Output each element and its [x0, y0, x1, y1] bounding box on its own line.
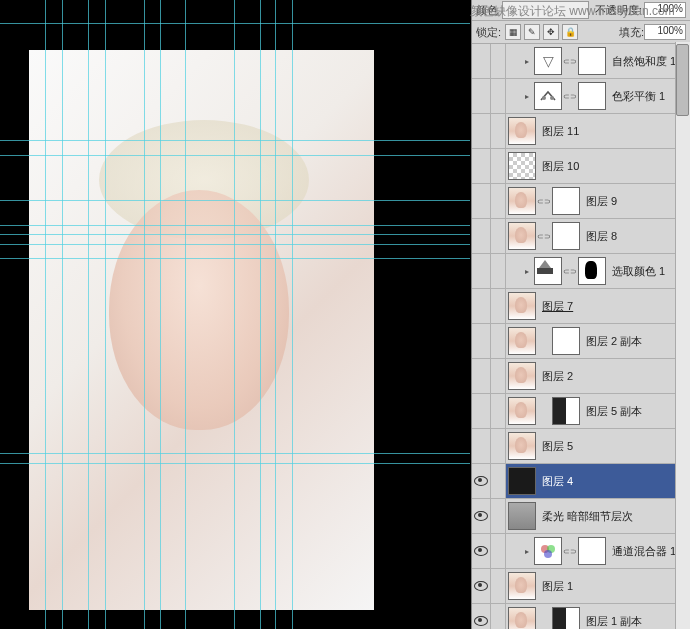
- link-icon[interactable]: [539, 617, 549, 625]
- visibility-toggle[interactable]: [472, 79, 491, 113]
- layer-name-label[interactable]: 图层 11: [542, 124, 579, 139]
- link-column[interactable]: [491, 324, 506, 358]
- link-column[interactable]: [491, 604, 506, 629]
- link-column[interactable]: [491, 394, 506, 428]
- guide-horizontal[interactable]: [0, 23, 470, 24]
- guide-vertical[interactable]: [260, 0, 261, 629]
- layer-row[interactable]: 图层 10: [472, 149, 690, 184]
- canvas-area[interactable]: [0, 0, 470, 629]
- visibility-toggle[interactable]: [472, 499, 491, 533]
- link-column[interactable]: [491, 79, 506, 113]
- expand-triangle-icon[interactable]: ▸: [522, 546, 532, 556]
- link-column[interactable]: [491, 44, 506, 78]
- visibility-toggle[interactable]: [472, 254, 491, 288]
- guide-horizontal[interactable]: [0, 225, 470, 226]
- layer-name-label[interactable]: 通道混合器 1: [612, 544, 676, 559]
- guide-vertical[interactable]: [185, 0, 186, 629]
- mask-thumbnail[interactable]: [578, 537, 606, 565]
- fill-input[interactable]: 100%: [644, 24, 686, 40]
- visibility-toggle[interactable]: [472, 394, 491, 428]
- layer-thumbnail[interactable]: [508, 432, 536, 460]
- layer-thumbnail[interactable]: [508, 467, 536, 495]
- layer-row[interactable]: 图层 5 副本: [472, 394, 690, 429]
- layer-row[interactable]: 图层 1: [472, 569, 690, 604]
- link-column[interactable]: [491, 464, 506, 498]
- guide-vertical[interactable]: [45, 0, 46, 629]
- layer-name-label[interactable]: 图层 2 副本: [586, 334, 642, 349]
- layer-thumbnail[interactable]: [508, 362, 536, 390]
- layer-row[interactable]: ▸⊂⊃色彩平衡 1: [472, 79, 690, 114]
- layer-thumbnail[interactable]: [508, 502, 536, 530]
- guide-vertical[interactable]: [105, 0, 106, 629]
- link-column[interactable]: [491, 359, 506, 393]
- expand-triangle-icon[interactable]: ▸: [522, 266, 532, 276]
- guide-horizontal[interactable]: [0, 258, 470, 259]
- lock-transparency-icon[interactable]: ▦: [505, 24, 521, 40]
- mask-thumbnail[interactable]: [578, 82, 606, 110]
- layer-row[interactable]: 图层 5: [472, 429, 690, 464]
- expand-triangle-icon[interactable]: ▸: [522, 56, 532, 66]
- visibility-toggle[interactable]: [472, 604, 491, 629]
- layer-thumbnail[interactable]: [508, 152, 536, 180]
- expand-triangle-icon[interactable]: ▸: [522, 91, 532, 101]
- layer-thumbnail[interactable]: [508, 117, 536, 145]
- layer-name-label[interactable]: 柔光 暗部细节层次: [542, 509, 633, 524]
- layer-thumbnail[interactable]: [508, 397, 536, 425]
- visibility-toggle[interactable]: [472, 44, 491, 78]
- layer-thumbnail[interactable]: [508, 222, 536, 250]
- guide-vertical[interactable]: [88, 0, 89, 629]
- link-column[interactable]: [491, 499, 506, 533]
- layer-thumbnail[interactable]: [534, 537, 562, 565]
- guide-horizontal[interactable]: [0, 463, 470, 464]
- link-icon[interactable]: ⊂⊃: [539, 232, 549, 240]
- layer-name-label[interactable]: 图层 7: [542, 299, 573, 314]
- link-column[interactable]: [491, 254, 506, 288]
- layer-thumbnail[interactable]: ▽: [534, 47, 562, 75]
- layer-thumbnail[interactable]: [508, 572, 536, 600]
- lock-pixels-icon[interactable]: ✎: [524, 24, 540, 40]
- guide-horizontal[interactable]: [0, 155, 470, 156]
- mask-thumbnail[interactable]: [578, 47, 606, 75]
- guide-vertical[interactable]: [62, 0, 63, 629]
- layer-thumbnail[interactable]: [508, 607, 536, 629]
- layer-name-label[interactable]: 图层 10: [542, 159, 579, 174]
- visibility-toggle[interactable]: [472, 219, 491, 253]
- guide-vertical[interactable]: [292, 0, 293, 629]
- guide-horizontal[interactable]: [0, 234, 470, 235]
- layer-row[interactable]: ⊂⊃图层 9: [472, 184, 690, 219]
- link-column[interactable]: [491, 429, 506, 463]
- layer-name-label[interactable]: 图层 2: [542, 369, 573, 384]
- layer-thumbnail[interactable]: [534, 82, 562, 110]
- visibility-toggle[interactable]: [472, 569, 491, 603]
- layer-name-label[interactable]: 图层 9: [586, 194, 617, 209]
- visibility-toggle[interactable]: [472, 289, 491, 323]
- visibility-toggle[interactable]: [472, 114, 491, 148]
- link-column[interactable]: [491, 534, 506, 568]
- link-column[interactable]: [491, 219, 506, 253]
- layer-name-label[interactable]: 图层 5 副本: [586, 404, 642, 419]
- layer-name-label[interactable]: 图层 5: [542, 439, 573, 454]
- visibility-toggle[interactable]: [472, 429, 491, 463]
- visibility-toggle[interactable]: [472, 184, 491, 218]
- layer-name-label[interactable]: 自然饱和度 1: [612, 54, 676, 69]
- link-icon[interactable]: [539, 337, 549, 345]
- mask-thumbnail[interactable]: [552, 327, 580, 355]
- layer-row[interactable]: ▸⊂⊃通道混合器 1: [472, 534, 690, 569]
- layer-thumbnail[interactable]: [508, 292, 536, 320]
- link-icon[interactable]: ⊂⊃: [565, 57, 575, 65]
- mask-thumbnail[interactable]: [552, 222, 580, 250]
- layers-scrollbar[interactable]: [675, 42, 690, 629]
- guide-vertical[interactable]: [144, 0, 145, 629]
- layer-thumbnail[interactable]: [508, 187, 536, 215]
- layer-list[interactable]: ▸▽⊂⊃自然饱和度 1▸⊂⊃色彩平衡 1图层 11图层 10⊂⊃图层 9⊂⊃图层…: [472, 44, 690, 629]
- link-icon[interactable]: ⊂⊃: [565, 547, 575, 555]
- layer-thumbnail[interactable]: [534, 257, 562, 285]
- mask-thumbnail[interactable]: [578, 257, 606, 285]
- link-column[interactable]: [491, 289, 506, 323]
- link-icon[interactable]: [539, 407, 549, 415]
- guide-horizontal[interactable]: [0, 244, 470, 245]
- layer-row[interactable]: ⊂⊃图层 8: [472, 219, 690, 254]
- link-icon[interactable]: ⊂⊃: [565, 92, 575, 100]
- guide-vertical[interactable]: [160, 0, 161, 629]
- layer-row[interactable]: 图层 7: [472, 289, 690, 324]
